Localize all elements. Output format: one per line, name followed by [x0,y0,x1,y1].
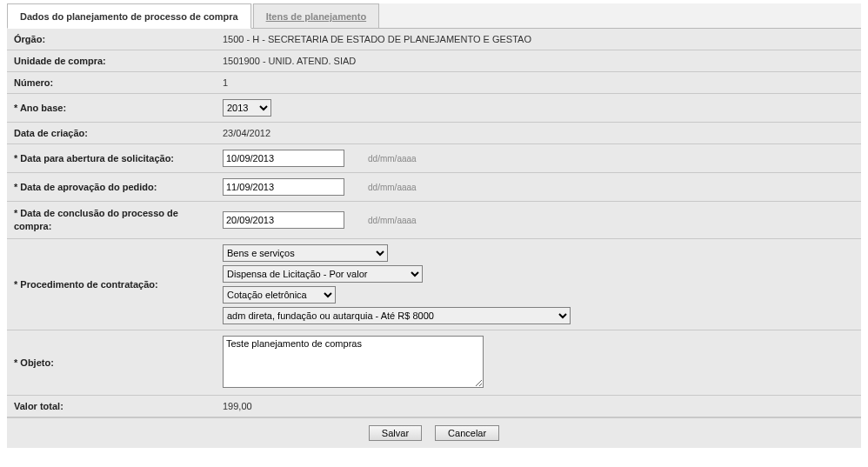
ano-base-select[interactable]: 2013 [223,99,271,117]
hint-date-format: dd/mm/aaaa [368,183,417,192]
tab-itens-planejamento[interactable]: Itens de planejamento [253,3,380,29]
label-orgao: Órgão: [7,29,216,50]
hint-date-format: dd/mm/aaaa [368,216,417,225]
procedimento-adm-select[interactable]: adm direta, fundação ou autarquia - Até … [223,307,571,324]
label-numero: Número: [7,72,216,94]
label-unidade: Unidade de compra: [7,50,216,72]
value-numero: 1 [216,72,861,94]
label-data-conclusao: * Data de conclusão do processo de compr… [7,202,216,239]
procedimento-dispensa-select[interactable]: Dispensa de Licitação - Por valor [223,265,423,283]
hint-date-format: dd/mm/aaaa [368,154,417,163]
data-aprovacao-input[interactable] [223,178,344,196]
cancelar-button[interactable]: Cancelar [435,425,499,441]
value-valor-total: 199,00 [216,395,861,417]
value-data-criacao: 23/04/2012 [216,123,861,144]
procedimento-cotacao-select[interactable]: Cotação eletrônica [223,286,336,304]
salvar-button[interactable]: Salvar [369,425,422,441]
data-abertura-input[interactable] [223,150,344,167]
objeto-textarea[interactable] [223,336,484,388]
page-container: Dados do planejamento de processo de com… [0,0,868,455]
data-conclusao-input[interactable] [223,211,344,229]
value-orgao: 1500 - H - SECRETARIA DE ESTADO DE PLANE… [216,29,861,50]
label-procedimento: * Procedimento de contratação: [7,238,216,330]
form-table: Órgão: 1500 - H - SECRETARIA DE ESTADO D… [7,29,861,417]
label-objeto: * Objeto: [7,330,216,395]
tab-dados-planejamento[interactable]: Dados do planejamento de processo de com… [7,3,251,29]
value-unidade: 1501900 - UNID. ATEND. SIAD [216,50,861,72]
label-data-criacao: Data de criação: [7,123,216,144]
procedimento-tipo-select[interactable]: Bens e serviços [223,244,388,262]
button-row: Salvar Cancelar [7,417,861,448]
label-data-abertura: * Data para abertura de solicitação: [7,144,216,173]
label-ano-base: * Ano base: [7,94,216,123]
label-valor-total: Valor total: [7,395,216,417]
tab-bar: Dados do planejamento de processo de com… [7,3,861,29]
label-data-aprovacao: * Data de aprovação do pedido: [7,173,216,202]
